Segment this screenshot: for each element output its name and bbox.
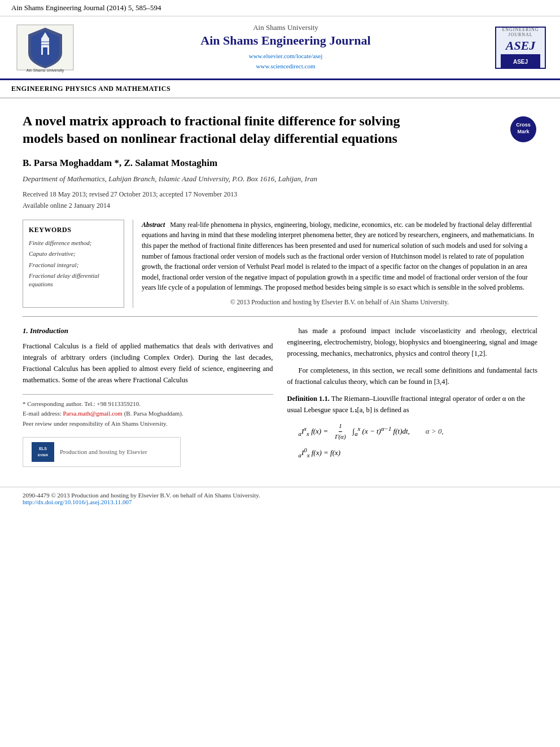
received-date: Received 18 May 2013; revised 27 October… xyxy=(23,189,537,200)
svg-text:EVIER: EVIER xyxy=(37,453,48,457)
journal-name: Ain Shams Engineering Journal xyxy=(200,33,370,48)
email-label: E-mail address: xyxy=(23,410,62,417)
peer-review-note: Peer review under responsibility of Ain … xyxy=(23,419,273,429)
svg-rect-3 xyxy=(43,47,47,55)
doi-link[interactable]: http://dx.doi.org/10.1016/j.asej.2013.11… xyxy=(23,499,132,505)
svg-text:Mark: Mark xyxy=(517,129,530,134)
svg-text:Ain Shams University: Ain Shams University xyxy=(27,68,64,73)
article-title: A novel matrix approach to fractional fi… xyxy=(23,112,424,147)
elsevier-footer-text: Production and hosting by Elsevier xyxy=(60,447,147,457)
math-line-2: aI0x f(x) = f(x) xyxy=(299,445,538,460)
svg-text:Cross: Cross xyxy=(516,122,531,128)
copyright-text: © 2013 Production and hosting by Elsevie… xyxy=(142,298,537,308)
math-condition: α > 0, xyxy=(426,426,444,438)
dates: Received 18 May 2013; revised 27 October… xyxy=(23,189,537,211)
math-formulas: aIxx f(x) = 1 Γ(α) ∫ax (x − t)α−1 f(t)dt… xyxy=(299,421,538,460)
keyword-1: Finite difference method; xyxy=(29,239,118,247)
journal-links: www.elsevier.com/locate/asej www.science… xyxy=(249,51,323,71)
intro-para-3: For completeness, in this section, we re… xyxy=(287,365,538,387)
asej-logo-text: ASEJ xyxy=(506,38,536,53)
column-right: has made a profound impact include visco… xyxy=(287,325,538,473)
keywords-box: KEYWORDS Finite difference method; Caput… xyxy=(23,220,124,308)
svg-text:ELS: ELS xyxy=(39,447,47,451)
abstract-label: Abstract xyxy=(142,221,165,229)
available-date: Available online 2 January 2014 xyxy=(23,200,537,211)
header-logo-right: ENGINEERING JOURNAL ASEJ ASEJ xyxy=(492,22,549,73)
top-bar: Ain Shams Engineering Journal (2014) 5, … xyxy=(0,0,560,16)
intro-para-1: Fractional Calculus is a field of applie… xyxy=(23,340,273,386)
definition-label: Definition 1.1. xyxy=(287,395,330,403)
intro-para-2: has made a profound impact include visco… xyxy=(287,325,538,359)
section-label: ENGINEERING PHYSICS AND MATHEMATICS xyxy=(0,80,560,98)
university-logo-svg: Ain Shams University xyxy=(14,22,76,73)
abstract-keywords-row: KEYWORDS Finite difference method; Caput… xyxy=(23,220,537,308)
elsevier-logo-icon: ELS EVIER xyxy=(32,442,54,462)
university-name: Ain Shams University xyxy=(253,23,318,32)
bottom-bar: 2090-4479 © 2013 Production and hosting … xyxy=(0,487,560,510)
header-section: Ain Shams University Ain Shams Universit… xyxy=(0,16,560,80)
issn-line: 2090-4479 © 2013 Production and hosting … xyxy=(23,492,537,499)
abstract-box: Abstract Many real-life phenomena in phy… xyxy=(133,220,537,308)
column-left: 1. Introduction Fractional Calculus is a… xyxy=(23,325,273,473)
intro-heading: 1. Introduction xyxy=(23,325,273,337)
abstract-body: Many real-life phenomena in physics, eng… xyxy=(142,221,534,292)
header-center: Ain Shams University Ain Shams Engineeri… xyxy=(85,22,487,73)
keyword-3: Fractional integral; xyxy=(29,261,118,269)
section-divider xyxy=(23,316,537,317)
university-logo-left: Ain Shams University xyxy=(11,22,79,73)
math-integral: ∫ax (x − t)α−1 f(t)dt, xyxy=(353,424,410,439)
two-column-layout: 1. Introduction Fractional Calculus is a… xyxy=(23,325,537,473)
math-line-1: aIxx f(x) = 1 Γ(α) ∫ax (x − t)α−1 f(t)dt… xyxy=(299,421,538,442)
main-content: A novel matrix approach to fractional fi… xyxy=(0,98,560,481)
math-fraction: 1 Γ(α) xyxy=(335,421,345,442)
email-footnote: E-mail address: Parsa.math@gmail.com (B.… xyxy=(23,409,273,419)
svg-text:ASEJ: ASEJ xyxy=(513,59,527,65)
journal-reference: Ain Shams Engineering Journal (2014) 5, … xyxy=(11,3,161,12)
corresponding-footnote: * Corresponding author. Tel.: +98 911335… xyxy=(23,399,273,409)
footnote-section: * Corresponding author. Tel.: +98 911335… xyxy=(23,394,273,429)
doi-line: http://dx.doi.org/10.1016/j.asej.2013.11… xyxy=(23,499,537,505)
website-link-1[interactable]: www.elsevier.com/locate/asej xyxy=(249,51,323,62)
svg-rect-12 xyxy=(33,443,53,461)
keyword-4: Fractional delay differential equations xyxy=(29,272,118,289)
keywords-title: KEYWORDS xyxy=(29,226,118,234)
website-link-2[interactable]: www.sciencedirect.com xyxy=(249,62,323,72)
keyword-2: Caputo derivative; xyxy=(29,250,118,258)
elsevier-footer-logo: ELS EVIER Production and hosting by Else… xyxy=(23,437,181,467)
math-subscript-1: aIxx f(x) = xyxy=(299,424,329,439)
authors: B. Parsa Moghaddam *, Z. Salamat Mostagh… xyxy=(23,158,537,169)
email-suffix: (B. Parsa Moghaddam). xyxy=(124,410,183,417)
affiliation: Department of Mathematics, Lahijan Branc… xyxy=(23,174,537,184)
title-row: A novel matrix approach to fractional fi… xyxy=(23,107,537,158)
email-link[interactable]: Parsa.math@gmail.com xyxy=(63,410,122,417)
definition-block: Definition 1.1. The Riemann–Liouville fr… xyxy=(287,393,538,416)
crossmark-icon: Cross Mark xyxy=(509,115,537,143)
math-subscript-2: aI0x f(x) = f(x) xyxy=(299,445,341,460)
abstract-text: Abstract Many real-life phenomena in phy… xyxy=(142,220,537,293)
